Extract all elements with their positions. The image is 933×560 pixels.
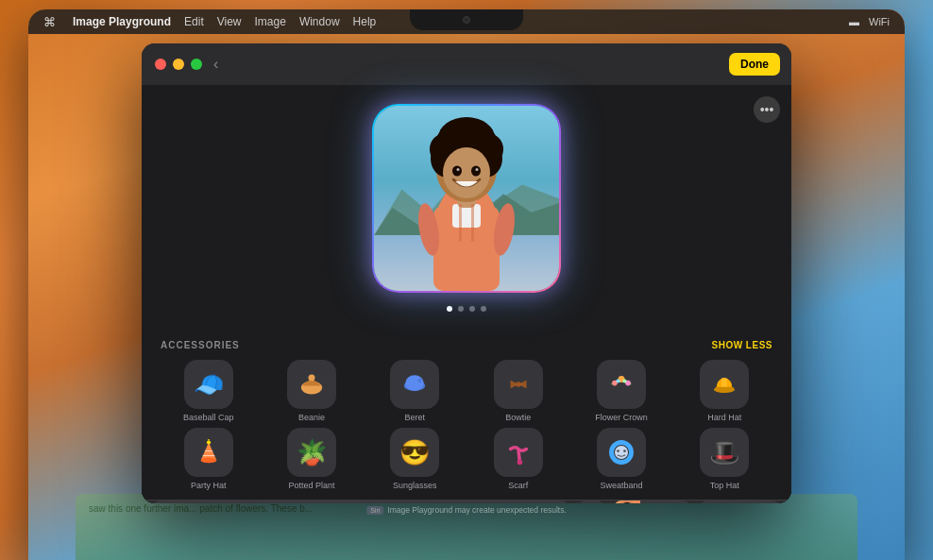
svg-marker-32 <box>510 381 517 388</box>
party-hat-icon <box>184 428 233 477</box>
svg-point-49 <box>517 460 522 466</box>
svg-point-52 <box>617 450 619 452</box>
accessory-sweatband[interactable]: Sweatband <box>573 428 669 490</box>
accessory-potted-plant[interactable]: 🪴 Potted Plant <box>263 428 359 490</box>
dot-1[interactable] <box>447 306 452 312</box>
style-icon <box>700 501 726 503</box>
svg-point-53 <box>623 450 626 452</box>
dot-2[interactable] <box>458 306 464 312</box>
svg-point-15 <box>443 147 490 198</box>
svg-point-38 <box>622 379 626 382</box>
top-hat-label: Top Hat <box>710 481 739 490</box>
accessory-party-hat[interactable]: Party Hat <box>161 428 256 490</box>
svg-point-28 <box>418 379 422 382</box>
accessories-title: ACCESSORIES <box>161 340 240 350</box>
show-less-button[interactable]: SHOW LESS <box>711 340 772 350</box>
person-tag[interactable]: PERSON Theo <box>614 501 690 503</box>
svg-point-44 <box>200 458 216 464</box>
sweatband-label: Sweatband <box>600 481 642 490</box>
below-window-panel: saw this one further ima... patch of flo… <box>76 494 857 560</box>
sunglasses-icon: 😎 <box>390 428 439 477</box>
close-button[interactable] <box>155 59 166 70</box>
camera-notch <box>410 9 523 30</box>
svg-point-51 <box>615 446 628 459</box>
svg-rect-40 <box>716 387 735 391</box>
minimize-button[interactable] <box>173 59 184 70</box>
svg-rect-21 <box>471 204 474 242</box>
wifi-icon: WiFi <box>869 16 890 27</box>
hard-hat-label: Hard Hat <box>707 413 741 422</box>
laptop-frame: ⌘ Image Playground Edit View Image Windo… <box>28 9 905 560</box>
ai-note: Siri Image Playground may create unexpec… <box>366 505 567 515</box>
generated-image <box>374 106 559 291</box>
scarf-icon <box>494 428 543 477</box>
accessory-scarf[interactable]: Scarf <box>470 428 566 490</box>
potted-plant-label: Potted Plant <box>288 481 334 490</box>
person-figure-svg <box>400 106 533 291</box>
traffic-lights <box>155 59 202 70</box>
top-hat-icon: 🎩 <box>700 428 749 477</box>
bowtie-label: Bowtie <box>505 413 531 422</box>
pagination-dots <box>447 306 486 312</box>
sweatband-icon <box>597 428 646 477</box>
menu-help[interactable]: Help <box>353 15 377 28</box>
desktop: ⌘ Image Playground Edit View Image Windo… <box>0 0 933 560</box>
battery-icon: ▬ <box>849 16 859 27</box>
accessory-bowtie[interactable]: Bowtie <box>470 360 566 422</box>
dot-4[interactable] <box>481 306 486 312</box>
menu-bar-right: ▬ WiFi <box>849 16 890 27</box>
accessory-hard-hat[interactable]: Hard Hat <box>677 360 772 422</box>
dot-3[interactable] <box>469 306 475 312</box>
svg-rect-20 <box>459 204 462 242</box>
flower-crown-label: Flower Crown <box>595 413 648 422</box>
maximize-button[interactable] <box>191 59 202 70</box>
title-bar: ‹ Done <box>142 43 791 85</box>
sunglasses-label: Sunglasses <box>393 481 437 490</box>
svg-marker-33 <box>518 381 526 388</box>
accessory-flower-crown[interactable]: Flower Crown <box>573 360 669 422</box>
beret-label: Beret <box>405 413 426 422</box>
svg-rect-41 <box>722 378 728 387</box>
person-info: PERSON Theo <box>640 501 690 503</box>
apple-logo-icon: ⌘ <box>43 15 56 29</box>
svg-point-37 <box>616 379 619 382</box>
beret-icon <box>390 360 439 409</box>
main-content: ••• <box>142 85 791 503</box>
menu-view[interactable]: View <box>217 15 242 28</box>
bottom-toolbar: ✦ Describe an image ⊞ <box>142 500 791 503</box>
accessory-baseball-cap[interactable]: 🧢 Baseball Cap <box>161 360 256 422</box>
camera-dot <box>463 16 470 24</box>
accessory-beret[interactable]: Beret <box>367 360 463 422</box>
svg-point-16 <box>452 166 462 177</box>
menu-window[interactable]: Window <box>299 15 340 28</box>
flower-crown-icon <box>597 360 646 409</box>
accessories-grid: 🧢 Baseball Cap <box>161 360 772 490</box>
accessory-sunglasses[interactable]: 😎 Sunglasses <box>367 428 463 490</box>
back-button[interactable]: ‹ <box>213 56 218 73</box>
generated-image-container <box>372 104 561 293</box>
accessories-header: ACCESSORIES SHOW LESS <box>161 340 772 350</box>
menu-edit[interactable]: Edit <box>184 15 204 28</box>
more-options-button[interactable]: ••• <box>754 96 780 123</box>
beanie-icon <box>287 360 336 409</box>
menu-app-name[interactable]: Image Playground <box>73 15 171 28</box>
done-button[interactable]: Done <box>729 53 780 76</box>
svg-point-25 <box>308 375 314 382</box>
ai-badge: Siri <box>366 506 383 515</box>
potted-plant-icon: 🪴 <box>287 428 336 477</box>
app-window: ‹ Done ••• <box>142 43 791 503</box>
describe-field[interactable]: ✦ Describe an image <box>153 501 568 503</box>
accessory-beanie[interactable]: Beanie <box>263 360 359 422</box>
image-area: ••• <box>142 85 791 331</box>
hard-hat-icon <box>700 360 749 409</box>
svg-point-17 <box>471 166 481 177</box>
baseball-cap-icon: 🧢 <box>184 360 233 409</box>
beanie-label: Beanie <box>298 413 325 422</box>
accessory-top-hat[interactable]: 🎩 Top Hat <box>677 428 772 490</box>
image-gen-button[interactable]: ⊞ <box>578 501 604 503</box>
menu-image[interactable]: Image <box>255 15 286 28</box>
accessories-section: ACCESSORIES SHOW LESS 🧢 Baseball Cap <box>142 331 791 500</box>
ai-note-text: Image Playground may create unexpected r… <box>387 505 566 515</box>
style-tag[interactable]: STYLE Animation <box>700 501 780 503</box>
laptop-screen: ⌘ Image Playground Edit View Image Windo… <box>28 9 905 560</box>
